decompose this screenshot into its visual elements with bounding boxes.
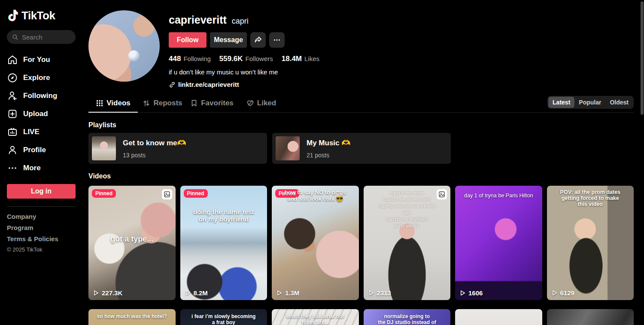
stat-label: Followers	[246, 55, 273, 62]
nav-label: More	[23, 164, 41, 172]
search-bar[interactable]	[7, 30, 76, 44]
profile-icon	[7, 144, 18, 156]
footer-link-program[interactable]: Program	[7, 224, 76, 231]
sort-oldest-button[interactable]: Oldest	[605, 97, 633, 108]
video-card[interactable]: POV: all the prom dates getting forced t…	[547, 186, 634, 300]
video-caption: POV: all the prom dates getting forced t…	[550, 189, 631, 207]
sort-latest-button[interactable]: Latest	[548, 97, 574, 108]
tab-videos[interactable]: Videos	[88, 95, 138, 112]
video-card[interactable]: when they ask what our types are...	[272, 309, 359, 325]
tab-label: Videos	[106, 99, 130, 107]
nav-label: Following	[23, 92, 57, 100]
more-options-button[interactable]	[269, 32, 285, 48]
profile-info: caprieveritt capri Follow Message	[169, 10, 319, 88]
live-tv-icon	[7, 126, 18, 138]
profile-username: caprieveritt	[169, 14, 227, 26]
tiktok-logo[interactable]: TikTok	[7, 9, 76, 22]
view-count: 8.2M	[185, 289, 208, 297]
video-caption: normalize going to the DJ studio instead…	[367, 313, 447, 325]
photo-carousel-icon	[162, 189, 172, 199]
pinned-badge: Pinned	[184, 189, 208, 198]
video-card[interactable]: Pinned how to say NO to dr*gs and still …	[272, 186, 359, 300]
tab-liked[interactable]: Liked	[237, 95, 286, 112]
video-caption: capri to my mom capri to the government …	[367, 190, 447, 229]
playlist-card-get-to-know-me[interactable]: Get to know me🫶 13 posts	[88, 133, 267, 164]
sidebar-item-explore[interactable]: Explore	[7, 69, 76, 87]
profile-link-text: linktr.ee/caprieveritt	[178, 81, 239, 88]
tab-favorites[interactable]: Favorites	[187, 95, 237, 112]
view-count: 227.3K	[93, 289, 122, 297]
video-card[interactable]	[547, 309, 634, 325]
repost-arrows-icon	[143, 99, 150, 107]
main-content: caprieveritt capri Follow Message	[82, 0, 644, 325]
playlist-post-count: 13 posts	[123, 152, 186, 159]
video-card[interactable]: so how much was the hotel?	[88, 309, 176, 325]
play-icon	[185, 290, 191, 296]
video-caption: i fear i’m slowly becoming a frat boy	[184, 313, 264, 325]
playlist-thumbnail	[92, 136, 116, 160]
copyright-text: © 2025 TikTok	[7, 246, 76, 253]
link-icon	[169, 81, 176, 88]
sidebar-item-for-you[interactable]: For You	[7, 51, 76, 69]
playlist-card-my-music[interactable]: My Music 🫶 21 posts	[272, 133, 451, 164]
video-card[interactable]: Pinned got a type... 227.3K	[88, 186, 176, 300]
sidebar-item-following[interactable]: Following	[7, 87, 76, 105]
video-caption: doing the name test on my boyfriend	[184, 208, 264, 223]
share-button[interactable]	[250, 32, 266, 48]
tiktok-note-icon	[7, 9, 21, 22]
stat-followers[interactable]: 559.6K Followers	[219, 55, 273, 63]
videos-grid-icon	[96, 99, 103, 107]
logo-text: TikTok	[21, 9, 55, 22]
play-icon	[459, 290, 466, 296]
footer-link-company[interactable]: Company	[7, 213, 76, 220]
play-icon	[93, 290, 99, 296]
playlist-thumbnail	[276, 136, 300, 160]
video-card[interactable]: capri to my mom capri to the government …	[364, 186, 451, 300]
play-icon	[276, 290, 283, 296]
login-button[interactable]: Log in	[7, 184, 76, 199]
sidebar-item-upload[interactable]: Upload	[7, 105, 76, 123]
stat-following[interactable]: 448 Following	[169, 55, 211, 63]
search-input[interactable]	[22, 34, 70, 41]
playlist-post-count: 21 posts	[307, 152, 350, 159]
compass-icon	[7, 72, 18, 83]
videos-grid: Pinned got a type... 227.3K Pinned doing…	[88, 186, 634, 325]
video-caption: got a type...	[92, 235, 172, 244]
profile-link[interactable]: linktr.ee/caprieveritt	[169, 81, 319, 88]
profile-bio: if u don’t like my music u won’t like me	[169, 68, 319, 76]
video-card[interactable]	[455, 309, 542, 325]
videos-section-title: Videos	[88, 172, 634, 180]
video-caption: day 1 of tryna be Paris Hilton	[459, 193, 539, 199]
sidebar-item-live[interactable]: LIVE	[7, 123, 76, 141]
more-dots-icon	[273, 36, 281, 44]
profile-tabbar: Videos Reposts Favorites	[88, 95, 634, 113]
playlist-name: My Music 🫶	[307, 138, 350, 147]
sidebar-item-profile[interactable]: Profile	[7, 141, 76, 159]
avatar[interactable]	[88, 10, 160, 82]
video-card[interactable]: i fear i’m slowly becoming a frat boy	[180, 309, 267, 325]
video-card[interactable]: normalize going to the DJ studio instead…	[364, 309, 451, 325]
tiktok-app: TikTok For You Explore	[0, 0, 644, 325]
share-arrow-icon	[254, 36, 262, 44]
upload-icon	[7, 108, 18, 120]
sidebar-item-more[interactable]: More	[7, 159, 76, 177]
tab-reposts[interactable]: Reposts	[138, 95, 187, 112]
play-icon	[551, 290, 558, 296]
vertical-scrollbar[interactable]	[641, 1, 644, 115]
stat-likes[interactable]: 18.4M Likes	[282, 55, 319, 63]
video-card[interactable]: Pinned doing the name test on my boyfrie…	[180, 186, 267, 300]
sort-popular-button[interactable]: Popular	[574, 97, 605, 108]
video-card[interactable]: day 1 of tryna be Paris Hilton 1606	[455, 186, 542, 300]
tab-label: Favorites	[201, 99, 234, 107]
stat-value: 448	[169, 55, 181, 63]
nav-label: For You	[23, 55, 50, 64]
follow-button[interactable]: Follow	[169, 32, 207, 48]
tab-label: Reposts	[153, 99, 182, 107]
message-button[interactable]: Message	[210, 32, 247, 48]
view-count: 1.3M	[276, 289, 299, 297]
profile-header: caprieveritt capri Follow Message	[88, 10, 634, 88]
pinned-badge: Pinned	[92, 189, 116, 198]
playlists-section-title: Playlists	[88, 121, 634, 129]
ellipsis-icon	[7, 162, 18, 174]
footer-link-terms[interactable]: Terms & Policies	[7, 235, 76, 242]
